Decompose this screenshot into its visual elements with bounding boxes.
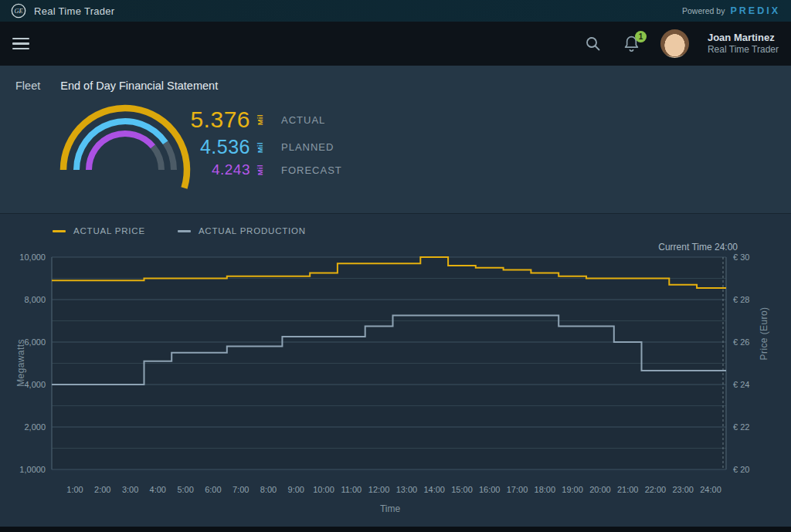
planned-value: 4.536 <box>185 136 250 158</box>
gauge-arc-forecast-track <box>153 147 161 170</box>
x-tick: 5:00 <box>177 485 193 494</box>
stat-forecast: 4.243 Mil FORECAST <box>185 161 342 178</box>
y-axis-title-left: Megawatts <box>15 328 26 398</box>
price-production-chart: ACTUAL PRICE ACTUAL PRODUCTION Current T… <box>0 213 791 532</box>
stat-actual: 5.376 Mil ACTUAL <box>185 107 342 133</box>
x-tick: 18:00 <box>535 485 556 494</box>
x-tick: 14:00 <box>423 485 445 494</box>
x-tick: 4:00 <box>150 485 166 494</box>
y-tick-right: € 20 <box>733 465 749 474</box>
y-tick-left: 1,0000 <box>19 465 46 474</box>
x-tick: 8:00 <box>260 485 277 494</box>
x-tick: 24:00 <box>700 485 721 494</box>
forecast-unit: Mil <box>256 160 264 180</box>
stat-planned: 4.536 Mil PLANNED <box>185 136 342 158</box>
y-axis-title-right: Price (Euro) <box>759 299 769 368</box>
title-bar: GE Real Time Trader Powered by PREDIX <box>0 0 791 22</box>
powered-by-label: Powered by <box>682 6 725 15</box>
x-tick: 16:00 <box>479 485 501 494</box>
legend-label-production: ACTUAL PRODUCTION <box>199 226 306 236</box>
predix-brand: PREDIX <box>730 5 780 16</box>
x-tick: 7:00 <box>233 485 249 494</box>
gauge-arc-planned-track <box>165 143 174 170</box>
x-tick: 23:00 <box>672 485 694 494</box>
y-tick-left: 4,000 <box>24 380 46 389</box>
main-content: Fleet End of Day Financial Statement 5.3… <box>0 66 791 532</box>
avatar[interactable] <box>660 29 689 58</box>
user-info[interactable]: Joan Martinez Real Time Trader <box>708 32 779 56</box>
breadcrumb-fleet[interactable]: Fleet <box>15 80 40 92</box>
x-tick: 17:00 <box>507 485 528 494</box>
footer-bar <box>0 527 791 532</box>
user-role: Real Time Trader <box>708 44 779 56</box>
user-name: Joan Martinez <box>708 32 779 44</box>
legend-actual-price[interactable]: ACTUAL PRICE <box>53 226 145 236</box>
x-tick: 1:00 <box>66 485 83 494</box>
x-tick: 10:00 <box>313 485 334 494</box>
planned-label: PLANNED <box>281 141 334 153</box>
gauge-stats: 5.376 Mil ACTUAL 4.536 Mil PLANNED 4.243… <box>185 107 342 178</box>
x-tick: 2:00 <box>94 485 110 494</box>
forecast-label: FORECAST <box>281 164 342 176</box>
x-tick: 15:00 <box>451 485 473 494</box>
actual-value: 5.376 <box>185 107 250 133</box>
y-tick-right: € 28 <box>733 295 749 304</box>
notification-badge: 1 <box>635 31 647 42</box>
y-tick-left: 2,000 <box>24 422 46 432</box>
app-title: Real Time Trader <box>34 5 115 17</box>
x-tick: 6:00 <box>205 485 221 494</box>
x-tick: 9:00 <box>288 485 304 494</box>
legend-actual-production[interactable]: ACTUAL PRODUCTION <box>178 226 306 236</box>
y-tick-left: 6,000 <box>24 337 46 347</box>
y-tick-left: 10,000 <box>19 252 46 262</box>
x-tick: 13:00 <box>396 485 418 494</box>
chart-legend: ACTUAL PRICE ACTUAL PRODUCTION <box>53 226 306 236</box>
y-tick-right: € 26 <box>733 337 749 347</box>
x-axis-title: Time <box>324 503 456 514</box>
x-tick: 21:00 <box>617 485 639 494</box>
x-tick: 20:00 <box>589 485 611 494</box>
forecast-value: 4.243 <box>185 161 250 178</box>
actual-label: ACTUAL <box>281 114 325 126</box>
ge-logo-icon: GE <box>11 3 26 19</box>
y-tick-right: € 24 <box>733 380 749 389</box>
x-tick: 19:00 <box>562 485 583 494</box>
y-tick-right: € 22 <box>733 422 749 432</box>
planned-unit: Mil <box>256 137 264 158</box>
legend-label-price: ACTUAL PRICE <box>73 226 145 236</box>
legend-swatch-production <box>178 230 191 232</box>
y-tick-right: € 30 <box>733 252 749 262</box>
x-tick: 22:00 <box>645 485 667 494</box>
actual-unit: Mil <box>256 110 264 130</box>
svg-text:GE: GE <box>14 8 22 15</box>
menu-icon[interactable] <box>12 38 29 50</box>
y-tick-left: 8,000 <box>24 295 46 304</box>
x-tick: 11:00 <box>341 485 362 494</box>
legend-swatch-price <box>53 230 66 232</box>
notifications-button[interactable]: 1 <box>622 34 642 54</box>
gauge-chart <box>56 89 195 195</box>
search-button[interactable] <box>583 34 603 54</box>
nav-bar: 1 Joan Martinez Real Time Trader <box>0 22 791 66</box>
gauge-arc-forecast <box>89 134 153 170</box>
search-icon <box>584 35 603 53</box>
current-time-annotation: Current Time 24:00 <box>658 242 738 252</box>
x-tick: 12:00 <box>368 485 390 494</box>
x-tick: 3:00 <box>122 485 138 494</box>
chart-canvas[interactable]: 10,0008,0006,0004,0002,0001,0000€ 30€ 28… <box>0 214 791 501</box>
